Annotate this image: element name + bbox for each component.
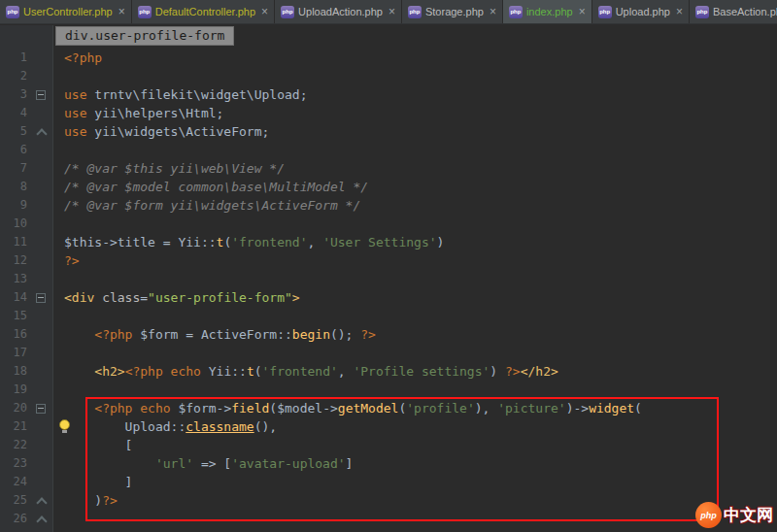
- line-number: 9: [0, 196, 31, 215]
- fold-cell: [31, 141, 52, 159]
- code-line[interactable]: 8/* @var $model common\base\MultiModel *…: [0, 178, 777, 196]
- code-text: )?>: [52, 491, 118, 510]
- tab-index-php[interactable]: phpindex.php×: [503, 0, 592, 23]
- code-line[interactable]: 23 'url' => ['avatar-upload']: [0, 454, 777, 473]
- php-file-icon: php: [598, 6, 612, 18]
- code-line[interactable]: 15: [0, 307, 777, 325]
- line-number: 5: [0, 122, 31, 141]
- code-line[interactable]: 20 <?php echo $form->field($model->getMo…: [0, 399, 777, 417]
- line-number: 26: [0, 510, 31, 528]
- php-file-icon: php: [408, 6, 422, 18]
- line-number: 13: [0, 270, 31, 288]
- code-line[interactable]: 5use yii\widgets\ActiveForm;: [0, 122, 777, 141]
- fold-cell: [31, 67, 52, 85]
- fold-marker[interactable]: [31, 491, 52, 510]
- line-number: 23: [0, 454, 31, 473]
- code-line[interactable]: 2: [0, 67, 777, 85]
- fold-cell: [31, 251, 52, 270]
- code-line[interactable]: 11$this->title = Yii::t('frontend', 'Use…: [0, 233, 777, 251]
- line-number: 1: [0, 49, 31, 67]
- line-number: 2: [0, 67, 31, 85]
- fold-cell: [31, 270, 52, 288]
- code-line[interactable]: 24 ]: [0, 473, 777, 491]
- code-line[interactable]: 19: [0, 381, 777, 399]
- tab-close-icon[interactable]: ×: [490, 6, 496, 17]
- code-line[interactable]: 17: [0, 344, 777, 362]
- code-text: <h2><?php echo Yii::t('frontend', 'Profi…: [52, 362, 558, 381]
- tab-close-icon[interactable]: ×: [261, 6, 268, 17]
- tab-label: UserController.php: [23, 6, 113, 17]
- code-line[interactable]: 22 [: [0, 436, 777, 454]
- code-line[interactable]: 3use trntv\filekit\widget\Upload;: [0, 85, 777, 104]
- tab-close-icon[interactable]: ×: [388, 6, 395, 17]
- tab-storage-php[interactable]: phpStorage.php×: [402, 0, 503, 23]
- code-line[interactable]: 25 )?>: [0, 491, 777, 510]
- context-breadcrumb[interactable]: div.user-profile-form: [55, 26, 234, 46]
- fold-cell: [31, 325, 52, 344]
- code-text: Upload::classname(),: [52, 417, 277, 436]
- fold-cell: [31, 362, 52, 381]
- watermark-text: 中文网: [724, 504, 773, 526]
- code-line[interactable]: 7/* @var $this yii\web\View */: [0, 159, 777, 178]
- tab-close-icon[interactable]: ×: [676, 6, 683, 17]
- line-number: 25: [0, 491, 31, 510]
- tab-defaultcontroller-php[interactable]: phpDefaultController.php×: [132, 0, 275, 23]
- tab-label: index.php: [526, 6, 573, 17]
- code-lines: 1<?php23use trntv\filekit\widget\Upload;…: [0, 49, 777, 528]
- code-line[interactable]: 4use yii\helpers\Html;: [0, 104, 777, 122]
- code-text: [52, 270, 64, 288]
- php-file-icon: php: [695, 6, 709, 18]
- fold-cell: [31, 104, 52, 122]
- tab-label: Upload.php: [616, 6, 670, 17]
- tab-label: UploadAction.php: [298, 6, 383, 17]
- fold-cell: [31, 196, 52, 215]
- code-text: [52, 67, 64, 85]
- code-text: [52, 141, 64, 159]
- code-line[interactable]: 12?>: [0, 251, 777, 270]
- code-line[interactable]: 14<div class="user-profile-form">: [0, 288, 777, 307]
- tab-uploadaction-php[interactable]: phpUploadAction.php×: [275, 0, 402, 23]
- code-text: $this->title = Yii::t('frontend', 'User …: [52, 233, 444, 251]
- fold-marker[interactable]: [31, 288, 52, 307]
- code-line[interactable]: 26: [0, 510, 777, 528]
- fold-marker[interactable]: [31, 399, 52, 417]
- fold-cell: [31, 454, 52, 473]
- fold-cell: [31, 49, 52, 67]
- fold-cell: [31, 436, 52, 454]
- code-line[interactable]: 10: [0, 215, 777, 233]
- fold-cell: [31, 159, 52, 178]
- code-line[interactable]: 6: [0, 141, 777, 159]
- fold-cell: [31, 344, 52, 362]
- code-text: /* @var $this yii\web\View */: [52, 159, 285, 178]
- code-text: use trntv\filekit\widget\Upload;: [52, 85, 307, 104]
- code-line[interactable]: 9/* @var $form yii\widgets\ActiveForm */: [0, 196, 777, 215]
- tab-close-icon[interactable]: ×: [579, 6, 586, 17]
- fold-marker[interactable]: [31, 510, 52, 528]
- tab-usercontroller-php[interactable]: phpUserController.php×: [0, 0, 132, 23]
- fold-cell: [31, 417, 52, 436]
- code-text: [52, 344, 64, 362]
- code-line[interactable]: 1<?php: [0, 49, 777, 67]
- intention-bulb-icon[interactable]: [59, 419, 70, 430]
- fold-marker[interactable]: [31, 85, 52, 104]
- line-number: 19: [0, 381, 31, 399]
- tab-close-icon[interactable]: ×: [118, 6, 125, 17]
- code-line[interactable]: 18 <h2><?php echo Yii::t('frontend', 'Pr…: [0, 362, 777, 381]
- code-text: /* @var $form yii\widgets\ActiveForm */: [52, 196, 360, 215]
- code-text: 'url' => ['avatar-upload']: [52, 454, 353, 473]
- editor[interactable]: 1<?php23use trntv\filekit\widget\Upload;…: [0, 25, 777, 532]
- line-number: 14: [0, 288, 31, 307]
- code-line[interactable]: 13: [0, 270, 777, 288]
- code-text: [52, 510, 64, 528]
- code-line[interactable]: 21 Upload::classname(),: [0, 417, 777, 436]
- tab-upload-php[interactable]: phpUpload.php×: [592, 0, 690, 23]
- code-line[interactable]: 16 <?php $form = ActiveForm::begin(); ?>: [0, 325, 777, 344]
- code-text: ]: [52, 473, 132, 491]
- fold-marker[interactable]: [31, 122, 52, 141]
- line-number: 18: [0, 362, 31, 381]
- code-text: use yii\helpers\Html;: [52, 104, 223, 122]
- code-text: [52, 307, 64, 325]
- line-number: 11: [0, 233, 31, 251]
- fold-cell: [31, 473, 52, 491]
- tab-baseaction-php[interactable]: phpBaseAction.php×: [690, 0, 777, 23]
